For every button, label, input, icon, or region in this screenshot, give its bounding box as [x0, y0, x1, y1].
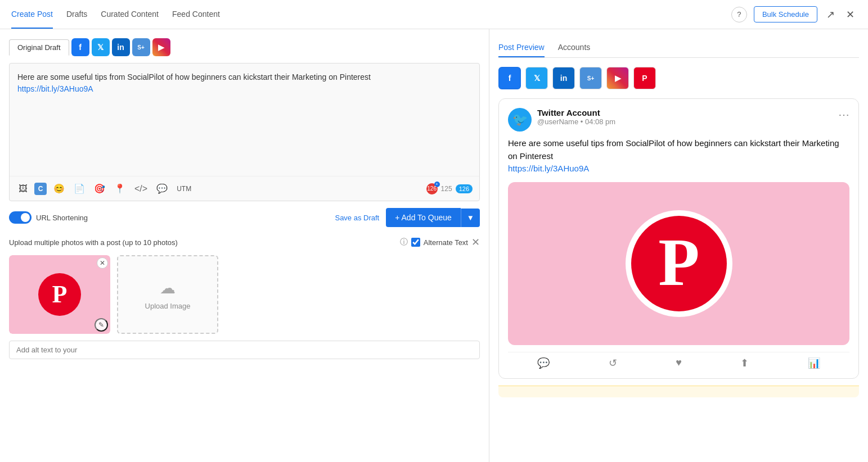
tweet-reply-icon[interactable]: 💬: [537, 357, 550, 369]
social-tab-twitter[interactable]: 𝕏: [92, 38, 110, 56]
nav-actions: ? Bulk Schedule ↗ ✕: [731, 6, 857, 23]
post-link[interactable]: https://bit.ly/3AHuo9A: [17, 84, 93, 93]
notification-badge: 126 +: [426, 183, 438, 194]
social-tab-linkedin[interactable]: in: [112, 38, 130, 56]
social-tab-instagram[interactable]: ▶: [152, 38, 170, 56]
nav-tab-feed-content[interactable]: Feed Content: [172, 1, 220, 29]
right-panel: Post Preview Accounts f 𝕏 in S+ ▶ P: [489, 29, 868, 462]
utm-label[interactable]: UTM: [174, 183, 194, 195]
preview-icon-instagram[interactable]: ▶: [606, 67, 629, 89]
preview-linkedin-icon: in: [560, 74, 567, 83]
url-shortening-row: URL Shortening Save as Draft + Add To Qu…: [9, 208, 480, 227]
tweet-menu-button[interactable]: ⋯: [838, 108, 849, 121]
twitter-name: Twitter Account: [537, 108, 838, 117]
alt-text-input[interactable]: [9, 341, 480, 359]
upload-section-header: Upload multiple photos with a post (up t…: [9, 236, 480, 248]
tweet-like-icon[interactable]: ♥: [676, 357, 682, 369]
tweet-analytics-icon[interactable]: 📊: [808, 357, 820, 369]
instagram-icon: ▶: [158, 43, 164, 52]
twitter-icon: 𝕏: [97, 43, 104, 52]
alternate-text-label: Alternate Text: [424, 238, 468, 247]
pinterest-logo-preview: P: [37, 272, 82, 317]
tab-accounts[interactable]: Accounts: [558, 38, 591, 57]
image-edit-button[interactable]: ✎: [95, 318, 108, 332]
bulk-schedule-button[interactable]: Bulk Schedule: [754, 6, 817, 22]
twitter-avatar-icon: 🐦: [512, 112, 528, 127]
add-to-queue-button[interactable]: + Add To Queue: [386, 208, 461, 227]
linkedin-icon: in: [117, 43, 124, 52]
nav-tab-curated-content[interactable]: Curated Content: [101, 1, 159, 29]
tweet-preview-card: 🐦 Twitter Account @userName • 04:08 pm ⋯…: [498, 98, 859, 379]
preview-pinterest-icon: P: [642, 74, 647, 83]
emoji-icon[interactable]: 😊: [51, 181, 67, 196]
help-button[interactable]: ?: [731, 7, 747, 22]
preview-instagram-icon: ▶: [615, 74, 621, 83]
upload-grid: P ✕ ✎ ☁ Upload Image: [9, 255, 480, 334]
preview-twitter-icon: 𝕏: [534, 74, 540, 83]
svg-text:P: P: [52, 280, 68, 308]
editor-toolbar: 🖼 C 😊 📄 🎯 📍 </> 💬 UTM 126 + 125 126: [10, 176, 479, 201]
hint-bar: [498, 386, 859, 397]
image-remove-button[interactable]: ✕: [97, 257, 108, 269]
url-shortening-toggle[interactable]: [9, 211, 32, 224]
canva-icon[interactable]: C: [34, 183, 47, 195]
twitter-char-count: 126: [456, 184, 473, 193]
facebook-icon: f: [79, 43, 82, 52]
upload-image-label: Upload Image: [145, 302, 191, 310]
tweet-retweet-icon[interactable]: ↺: [609, 357, 617, 369]
tweet-link[interactable]: https://bit.ly/3AHuo9A: [508, 164, 589, 173]
tweet-text: Here are some useful tips from SocialPil…: [508, 137, 849, 175]
tweet-pinterest-image: P: [617, 202, 741, 325]
post-text-editor[interactable]: Here are some useful tips from SocialPil…: [10, 64, 479, 176]
document-icon[interactable]: 📄: [71, 181, 87, 196]
target-icon[interactable]: 🎯: [92, 181, 107, 196]
social-tab-other[interactable]: S+: [132, 38, 150, 56]
social-tab-facebook[interactable]: f: [71, 38, 89, 56]
preview-icon-facebook[interactable]: f: [498, 67, 521, 89]
chat-icon[interactable]: 💬: [154, 181, 170, 196]
tweet-share-icon[interactable]: ⬆: [740, 357, 749, 369]
url-shortening-label: URL Shortening: [36, 214, 335, 222]
nav-tabs: Create Post Drafts Curated Content Feed …: [11, 1, 731, 29]
alt-text-row: ⓘ Alternate Text ✕: [400, 236, 480, 248]
nav-tab-drafts[interactable]: Drafts: [66, 1, 87, 29]
preview-tabs: Post Preview Accounts: [498, 38, 859, 58]
upload-cloud-icon: ☁: [160, 279, 176, 297]
preview-icon-pinterest[interactable]: P: [633, 67, 656, 89]
draft-tabs-row: Original Draft f 𝕏 in S+ ▶: [9, 38, 480, 56]
preview-facebook-icon: f: [509, 74, 511, 83]
char-count-area: 126 + 125 126: [426, 183, 473, 194]
preview-icon-other[interactable]: S+: [579, 67, 602, 89]
upload-close-button[interactable]: ✕: [471, 236, 480, 248]
preview-other-icon: S+: [587, 75, 595, 81]
main-layout: Original Draft f 𝕏 in S+ ▶ Here are some…: [0, 29, 868, 462]
preview-social-icons: f 𝕏 in S+ ▶ P: [498, 67, 859, 89]
tweet-image-preview: P: [508, 182, 849, 345]
upload-image-button[interactable]: ☁ Upload Image: [117, 255, 218, 334]
top-navigation: Create Post Drafts Curated Content Feed …: [0, 0, 868, 29]
twitter-avatar: 🐦: [508, 108, 532, 132]
preview-icon-linkedin[interactable]: in: [552, 67, 575, 89]
info-icon: ⓘ: [400, 237, 408, 247]
tab-post-preview[interactable]: Post Preview: [498, 38, 545, 57]
char-count-number: 125: [441, 185, 452, 193]
preview-icon-twitter[interactable]: 𝕏: [525, 67, 548, 89]
upload-header-text: Upload multiple photos with a post (up t…: [9, 238, 178, 247]
image-icon[interactable]: 🖼: [16, 182, 30, 196]
code-icon[interactable]: </>: [132, 182, 150, 196]
alternate-text-checkbox[interactable]: [411, 238, 420, 247]
other-icon: S+: [137, 44, 145, 51]
tweet-actions: 💬 ↺ ♥ ⬆ 📊: [508, 352, 849, 369]
queue-dropdown-button[interactable]: ▼: [461, 209, 480, 227]
close-button[interactable]: ✕: [844, 6, 857, 23]
original-draft-tab[interactable]: Original Draft: [9, 39, 69, 56]
tweet-user-info: Twitter Account @userName • 04:08 pm: [537, 108, 838, 126]
nav-tab-create-post[interactable]: Create Post: [11, 1, 53, 29]
uploaded-image-1: P ✕ ✎: [9, 255, 110, 334]
location-icon[interactable]: 📍: [112, 181, 128, 196]
twitter-handle: @userName • 04:08 pm: [537, 117, 838, 126]
tweet-header: 🐦 Twitter Account @userName • 04:08 pm ⋯: [508, 108, 849, 132]
save-draft-button[interactable]: Save as Draft: [335, 214, 379, 222]
expand-button[interactable]: ↗: [824, 6, 837, 23]
text-editor-container: Here are some useful tips from SocialPil…: [9, 63, 480, 201]
